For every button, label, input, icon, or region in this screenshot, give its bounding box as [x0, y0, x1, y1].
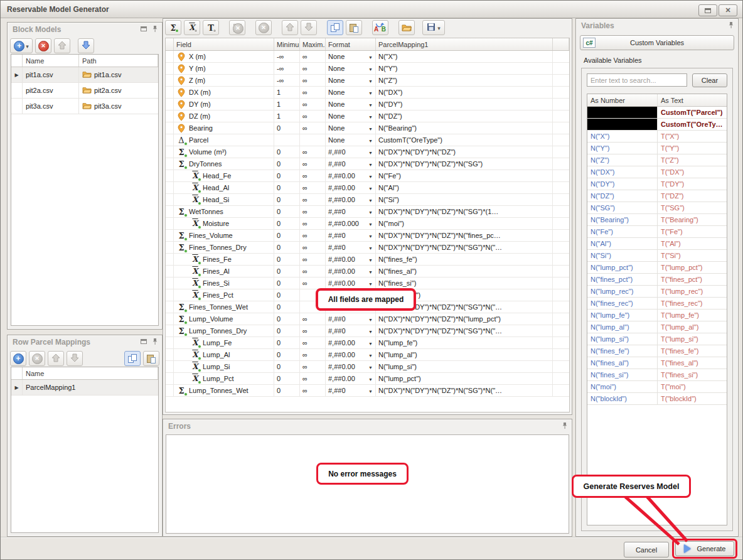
variable-row[interactable]: N("Z") T("Z") — [587, 154, 727, 166]
variable-as-number[interactable]: N("DZ") — [587, 190, 658, 202]
move-up-button[interactable] — [48, 351, 64, 366]
variable-as-text[interactable]: T("fines_fe") — [658, 345, 727, 357]
pin-icon[interactable] — [152, 25, 158, 33]
field-row[interactable]: ΣLump_Volume 0 ∞ #,##0 N("DX")*N("DY")*N… — [166, 313, 569, 325]
field-row[interactable]: X (m) -∞ ∞ None N("X") — [166, 51, 569, 63]
search-input[interactable] — [587, 73, 687, 87]
column-header-format[interactable]: Format — [326, 38, 376, 50]
paste-button[interactable] — [143, 351, 159, 366]
variable-as-text[interactable]: T("lump_pct") — [658, 262, 727, 273]
format-dropdown[interactable]: #,##0 — [326, 385, 376, 396]
format-dropdown[interactable]: None — [326, 134, 376, 146]
variable-as-number[interactable]: N("fines_fe") — [587, 345, 658, 357]
column-header-name[interactable]: Name — [23, 55, 79, 67]
block-model-row[interactable]: pit2a.csv pit2a.csv — [11, 83, 158, 99]
variable-as-text[interactable]: T("moi") — [658, 381, 727, 392]
add-sum-field-button[interactable]: Σ — [165, 20, 181, 35]
format-dropdown[interactable]: #,##0 — [326, 325, 376, 337]
variable-row[interactable]: N("lump_si") T("lump_si") — [587, 333, 727, 345]
variable-row[interactable]: N("moi") T("moi") — [587, 381, 727, 393]
variable-as-text[interactable]: T("blockId") — [658, 393, 727, 404]
variable-as-number[interactable]: N("fines_al") — [587, 357, 658, 369]
field-row[interactable]: ΔParcel None CustomT("OreType") — [166, 134, 569, 146]
variable-as-number[interactable]: N("DX") — [587, 166, 658, 178]
format-dropdown[interactable]: #,##0 — [326, 230, 376, 241]
pin-icon[interactable] — [562, 422, 568, 429]
pin-icon[interactable] — [152, 338, 158, 345]
variable-as-number[interactable]: N("X") — [587, 131, 658, 142]
format-dropdown[interactable]: #,##0.00 — [326, 266, 376, 277]
field-row[interactable]: DZ (m) 1 ∞ None N("DZ") — [166, 110, 569, 122]
variable-as-number[interactable]: N("lump_al") — [587, 321, 658, 333]
format-dropdown[interactable]: None — [326, 63, 376, 74]
variable-as-text[interactable]: T("fines_rec") — [658, 298, 727, 309]
variable-as-number[interactable]: N("lump_rec") — [587, 286, 658, 297]
variable-row[interactable]: N("DZ") T("DZ") — [587, 190, 727, 202]
format-dropdown[interactable]: #,##0.00 — [326, 361, 376, 372]
variable-row[interactable]: N("DX") T("DX") — [587, 166, 727, 178]
column-header-path[interactable]: Path — [79, 55, 158, 67]
variable-row[interactable]: N("lump_pct") T("lump_pct") — [587, 262, 727, 274]
variable-row[interactable]: N("fines_fe") T("fines_fe") — [587, 345, 727, 357]
field-row[interactable]: ΣVolume (m³) 0 ∞ #,##0 N("DX")*N("DY")*N… — [166, 146, 569, 158]
variable-as-text[interactable]: T("fines_al") — [658, 357, 727, 369]
restore-panel-icon[interactable] — [141, 339, 147, 344]
variable-row[interactable]: N("blockId") T("blockId") — [587, 393, 727, 405]
variable-as-text[interactable]: T("X") — [658, 131, 727, 142]
variable-as-text[interactable]: T("fines_si") — [658, 369, 727, 380]
close-button[interactable] — [719, 4, 737, 16]
column-header-as-number[interactable]: As Number — [587, 94, 658, 106]
variable-row[interactable]: N("Bearing") T("Bearing") — [587, 214, 727, 226]
add-text-field-button[interactable]: T — [203, 20, 219, 35]
field-row[interactable]: ΣFines_Tonnes_Dry 0 ∞ #,##0 N("DX")*N("D… — [166, 242, 569, 254]
add-mapping-button[interactable] — [10, 351, 26, 366]
format-dropdown[interactable]: #,##0 — [326, 158, 376, 170]
field-row[interactable]: ΣWetTonnes 0 ∞ #,##0 N("DX")*N("DY")*N("… — [166, 206, 569, 218]
variable-as-text[interactable]: T("lump_si") — [658, 333, 727, 345]
variable-row[interactable]: N("Si") T("Si") — [587, 250, 727, 262]
format-dropdown[interactable]: #,##0.00 — [326, 194, 376, 205]
format-dropdown[interactable]: #,##0.00 — [326, 254, 376, 265]
variable-row[interactable]: N("fines_rec") T("fines_rec") — [587, 298, 727, 310]
column-header-as-text[interactable]: As Text — [658, 94, 727, 106]
field-row[interactable]: XLump_Al 0 ∞ #,##0.00 N("lump_al") — [166, 349, 569, 361]
block-model-row[interactable]: pit1a.csv pit1a.csv — [11, 67, 158, 83]
format-dropdown[interactable]: #,##0.00 — [326, 277, 376, 289]
field-row[interactable]: XFines_Al 0 ∞ #,##0.00 N("fines_al") — [166, 266, 569, 277]
variable-as-text[interactable]: T("fines_pct") — [658, 274, 727, 285]
move-down-button[interactable] — [301, 20, 317, 35]
variable-row[interactable]: N("Y") T("Y") — [587, 143, 727, 154]
variable-row[interactable]: N("fines_pct") T("fines_pct") — [587, 274, 727, 286]
variable-row[interactable]: N("fines_al") T("fines_al") — [587, 357, 727, 369]
format-dropdown[interactable]: #,##0 — [326, 313, 376, 325]
field-row[interactable]: XMoisture 0 ∞ #,##0.000 N("moi") — [166, 218, 569, 230]
variable-row[interactable]: N("lump_al") T("lump_al") — [587, 321, 727, 333]
add-block-model-button[interactable] — [10, 38, 33, 53]
variable-row[interactable]: N("Al") T("Al") — [587, 238, 727, 250]
variable-as-text[interactable]: T("Fe") — [658, 226, 727, 237]
format-dropdown[interactable]: None — [326, 110, 376, 122]
copy-button[interactable] — [327, 20, 343, 35]
variable-row[interactable]: N("lump_rec") T("lump_rec") — [587, 286, 727, 298]
format-dropdown[interactable]: None — [326, 122, 376, 134]
cancel-button[interactable]: Cancel — [624, 542, 669, 557]
variable-as-text[interactable]: T("Al") — [658, 238, 727, 249]
remove-block-model-button[interactable] — [35, 38, 51, 53]
variable-as-text[interactable]: T("lump_fe") — [658, 310, 727, 321]
move-up-button[interactable] — [54, 38, 70, 53]
format-dropdown[interactable]: #,##0.00 — [326, 182, 376, 193]
format-dropdown[interactable]: #,##0 — [326, 206, 376, 217]
maximize-button[interactable] — [698, 4, 717, 16]
variable-as-text[interactable]: CustomT("OreTy… — [658, 119, 727, 130]
field-row[interactable]: XLump_Fe 0 ∞ #,##0.00 N("lump_fe") — [166, 337, 569, 349]
variable-as-text[interactable]: CustomT("Parcel") — [658, 107, 727, 118]
variable-as-number[interactable]: N("fines_si") — [587, 369, 658, 380]
variable-as-number[interactable] — [587, 107, 658, 118]
variable-as-number[interactable]: N("Fe") — [587, 226, 658, 237]
field-row[interactable]: ΣDryTonnes 0 ∞ #,##0 N("DX")*N("DY")*N("… — [166, 158, 569, 170]
paste-button[interactable] — [346, 20, 362, 35]
format-dropdown[interactable]: None — [326, 75, 376, 86]
copy-button[interactable] — [124, 351, 141, 366]
variable-as-number[interactable]: N("Bearing") — [587, 214, 658, 225]
variable-as-text[interactable]: T("DX") — [658, 166, 727, 178]
